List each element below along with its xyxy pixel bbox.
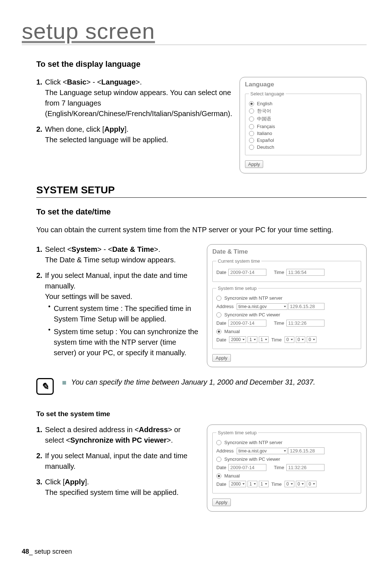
heading-display-language: To set the display language — [36, 60, 367, 69]
panel-title: Date & Time — [212, 248, 361, 255]
step-number: 2. — [36, 124, 45, 145]
time-label: Time — [274, 465, 284, 470]
step-text: Click <Basic> - <Language>. The Language… — [45, 77, 232, 119]
apply-button[interactable]: Apply — [212, 499, 231, 506]
radio-icon — [249, 124, 254, 129]
language-option[interactable]: Deutsch — [249, 144, 357, 150]
radio-icon — [216, 457, 221, 462]
radio-icon — [249, 108, 254, 114]
ntp-option[interactable]: Syncronize with NTP server — [216, 295, 357, 301]
heading-system-setup: SYSTEM SETUP — [36, 184, 367, 198]
bullet-text: System time setup : You can synchronize … — [54, 327, 200, 358]
page-number: 48 — [22, 548, 29, 555]
date-label: Date — [216, 270, 226, 275]
apply-button[interactable]: Apply — [212, 354, 231, 362]
manual-option[interactable]: Manual — [216, 473, 357, 479]
date-value: 2009-07-14 — [228, 269, 266, 276]
apply-button[interactable]: Apply — [245, 160, 264, 168]
step-number: 3. — [36, 477, 45, 498]
page-title: setup screen — [22, 18, 367, 45]
ntp-option[interactable]: Syncronize with NTP server — [216, 440, 357, 445]
radio-icon — [216, 312, 221, 317]
fieldset-legend: Current system time — [216, 258, 261, 264]
step-text: When done, click [Apply]. The selected l… — [45, 124, 232, 145]
month-dropdown[interactable]: 1 — [248, 481, 257, 487]
date-time-panel: Date & Time Current system time Date 200… — [207, 244, 367, 367]
pc-date: 2009-07-14 — [228, 320, 266, 327]
step-number: 2. — [36, 451, 45, 472]
heading-date-time: To set the date/time — [36, 207, 367, 217]
bullet-text: Current system time : The specified time… — [54, 303, 200, 324]
step-text: Select a desired address in <Address> or… — [45, 425, 200, 446]
minute-dropdown[interactable]: 0 — [296, 481, 306, 487]
second-dropdown[interactable]: 0 — [307, 481, 317, 487]
language-panel: Language Select language English 한국어 中国语… — [240, 77, 367, 173]
address-ip: 129.6.15.28 — [288, 447, 324, 454]
language-option[interactable]: 中国语 — [249, 116, 357, 122]
bullet-icon: • — [45, 327, 54, 358]
step-number: 2. — [36, 270, 45, 360]
system-time-panel: System time setup Syncronize with NTP se… — [207, 425, 367, 512]
pc-viewer-option[interactable]: Syncronize with PC viewer — [216, 312, 357, 317]
day-dropdown[interactable]: 1 — [259, 481, 269, 487]
address-label: Address — [216, 448, 234, 454]
language-option[interactable]: Italiano — [249, 131, 357, 136]
date-label: Date — [216, 465, 226, 470]
pc-time: 11:32:26 — [286, 464, 324, 471]
date-label: Date — [216, 337, 226, 343]
step-text: If you select Manual, input the date and… — [45, 451, 200, 472]
page-footer: 48_ setup screen — [22, 548, 72, 555]
address-dropdown[interactable]: time-a.nist.gov — [237, 303, 287, 310]
radio-icon — [216, 296, 221, 301]
manual-option[interactable]: Manual — [216, 329, 357, 334]
time-label: Time — [271, 481, 282, 487]
address-label: Address — [216, 304, 234, 309]
bullet-icon: • — [45, 303, 54, 324]
fieldset-legend: Select language — [249, 91, 286, 97]
month-dropdown[interactable]: 1 — [248, 336, 257, 343]
note-text: You can specify the time between January… — [71, 378, 352, 386]
pc-time: 11:32:26 — [286, 320, 324, 327]
year-dropdown[interactable]: 2000 — [229, 336, 246, 343]
pc-viewer-option[interactable]: Syncronize with PC viewer — [216, 456, 357, 462]
language-option[interactable]: 한국어 — [249, 108, 357, 114]
hour-dropdown[interactable]: 0 — [285, 481, 294, 487]
intro-text: You can obtain the current system time f… — [36, 225, 352, 235]
day-dropdown[interactable]: 1 — [259, 336, 269, 343]
time-label: Time — [274, 270, 284, 275]
address-ip: 129.6.15.28 — [288, 303, 324, 310]
fieldset-legend: System time setup — [216, 286, 258, 291]
step-text: Click [Apply]. The specified system time… — [45, 477, 200, 498]
second-dropdown[interactable]: 0 — [307, 336, 317, 343]
time-label: Time — [271, 337, 282, 343]
radio-icon — [249, 138, 254, 143]
step-text: Select <System> - <Date & Time>. The Dat… — [45, 244, 200, 265]
language-option[interactable]: Español — [249, 138, 357, 143]
time-label: Time — [274, 320, 284, 326]
note-icon: ✎ — [36, 378, 54, 395]
radio-icon — [249, 101, 254, 106]
language-option[interactable]: Français — [249, 124, 357, 129]
radio-icon — [216, 440, 221, 445]
step-text: If you select Manual, input the date and… — [45, 270, 200, 360]
step-number: 1. — [36, 77, 45, 119]
date-label: Date — [216, 481, 226, 487]
step-number: 1. — [36, 244, 45, 265]
radio-icon — [249, 116, 254, 122]
radio-icon — [216, 473, 221, 479]
panel-title: Language — [245, 81, 361, 88]
fieldset-legend: System time setup — [216, 430, 258, 435]
year-dropdown[interactable]: 2000 — [229, 481, 246, 487]
note-bullet-icon — [62, 381, 66, 385]
pc-date: 2009-07-14 — [228, 464, 266, 471]
time-value: 11:36:54 — [286, 269, 324, 276]
radio-icon — [216, 329, 221, 334]
language-option[interactable]: English — [249, 101, 357, 106]
minute-dropdown[interactable]: 0 — [296, 336, 306, 343]
hour-dropdown[interactable]: 0 — [285, 336, 294, 343]
step-number: 1. — [36, 425, 45, 446]
heading-system-time: To set the system time — [36, 410, 367, 418]
radio-icon — [249, 145, 254, 150]
radio-icon — [249, 131, 254, 136]
address-dropdown[interactable]: time-a.nist.gov — [237, 448, 287, 454]
